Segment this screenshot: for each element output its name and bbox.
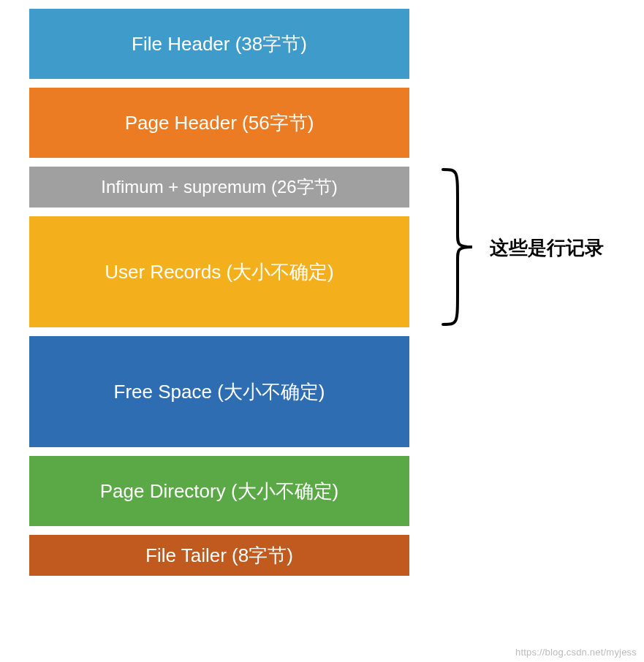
user-records-block: User Records (大小不确定) [29,216,409,327]
free-space-block: Free Space (大小不确定) [29,336,409,447]
brace-icon [439,167,482,327]
page-header-label: Page Header (56字节) [125,110,314,136]
row-records-brace-group: 这些是行记录 [439,167,629,327]
file-header-label: File Header (38字节) [132,31,307,57]
page-directory-label: Page Directory (大小不确定) [100,479,339,504]
infimum-supremum-block: Infimum + supremum (26字节) [29,167,409,208]
user-records-label: User Records (大小不确定) [105,259,333,285]
diagram-container: File Header (38字节) Page Header (56字节) In… [29,9,409,576]
file-header-block: File Header (38字节) [29,9,409,79]
page-directory-block: Page Directory (大小不确定) [29,456,409,526]
file-tailer-block: File Tailer (8字节) [29,535,409,576]
row-records-annotation: 这些是行记录 [490,235,604,261]
free-space-label: Free Space (大小不确定) [114,379,325,405]
infimum-supremum-label: Infimum + supremum (26字节) [101,175,337,199]
page-structure-stack: File Header (38字节) Page Header (56字节) In… [29,9,409,576]
page-header-block: Page Header (56字节) [29,88,409,158]
watermark-text: https://blog.csdn.net/myjess [515,647,637,658]
file-tailer-label: File Tailer (8字节) [145,543,293,568]
